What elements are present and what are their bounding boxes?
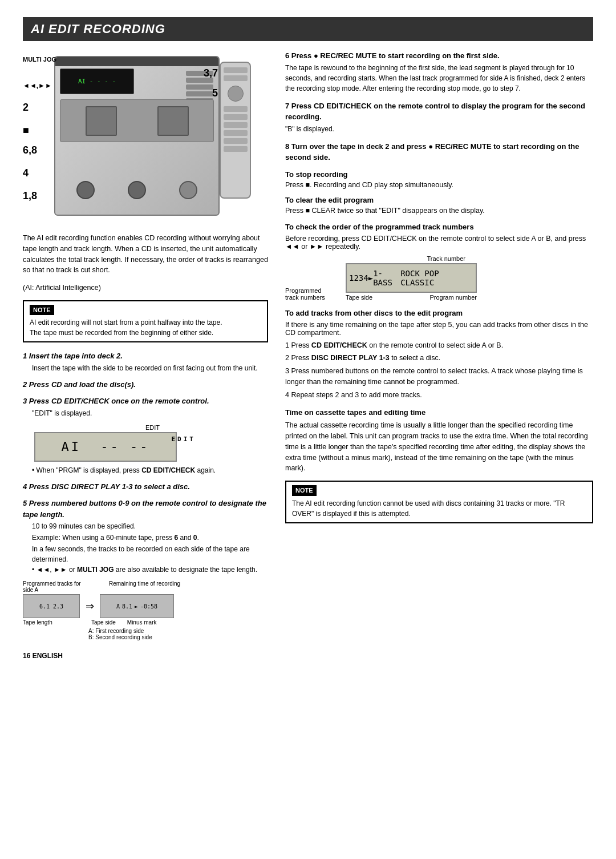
note-label-2: NOTE	[292, 485, 317, 496]
edit-side-label: EDIT	[172, 435, 196, 443]
check-heading: To check the order of the programmed tra…	[285, 223, 593, 231]
page: AI EDIT RECORDING AI - - - -	[0, 0, 616, 859]
step5-detail1: 10 to 99 minutes can be specified.	[32, 521, 268, 531]
step1-title: Insert the tape into deck 2.	[29, 352, 123, 360]
edit-label-above: EDIT	[34, 424, 177, 431]
step3-num: 3	[23, 397, 27, 405]
step1-detail: Insert the tape with the side to be reco…	[32, 363, 268, 373]
step-6: 6 Press ● REC/REC MUTE to start recordin…	[285, 50, 593, 94]
step-8: 8 Turn over the tape in deck 2 and press…	[285, 141, 593, 163]
tape-display-right: A8.1►-0:58	[100, 594, 174, 618]
tape-side-labels: A: First recording side B: Second record…	[88, 628, 268, 640]
check-text: Before recording, press CD EDIT/CHECK on…	[285, 235, 593, 251]
time-heading: Time on cassette tapes and editing time	[285, 408, 593, 417]
page-footer: 16 ENGLISH	[23, 652, 268, 660]
prog-display: 1234►1-BASSROCK POP CLASSIC	[346, 263, 477, 293]
step-7: 7 Press CD EDIT/CHECK on the remote cont…	[285, 100, 593, 134]
diag-label-37: 3,7	[204, 67, 218, 79]
step3-title: Press CD EDIT/CHECK once on the remote c…	[29, 397, 209, 405]
intro-text: The AI edit recording function enables C…	[23, 233, 268, 276]
note-label-1: NOTE	[30, 305, 54, 316]
clear-text: Press ■ CLEAR twice so that "EDIT" disap…	[285, 207, 593, 215]
diag-label-4: 4	[23, 167, 29, 179]
step-2: 2 Press CD and load the disc(s).	[23, 379, 268, 390]
step1-num: 1	[23, 352, 27, 360]
step5-title: Press numbered buttons 0-9 on the remote…	[23, 499, 266, 519]
stop-text: Press ■. Recording and CD play stop simu…	[285, 181, 593, 189]
step-4: 4 Press DISC DIRECT PLAY 1-3 to select a…	[23, 481, 268, 493]
edit-display: AI -- -- EDIT	[34, 432, 177, 462]
diag-label-68: 6,8	[23, 144, 37, 156]
add-heading: To add tracks from other discs to the ed…	[285, 309, 593, 317]
device-diagram: AI - - - -	[23, 50, 251, 227]
stop-heading: To stop recording	[285, 170, 593, 179]
step6-detail: The tape is rewound to the beginning of …	[285, 63, 593, 94]
diag-label-2: 2	[23, 102, 29, 114]
step-5: 5 Press numbered buttons 0-9 on the remo…	[23, 498, 268, 575]
step4-title: Press DISC DIRECT PLAY 1-3 to select a d…	[29, 482, 190, 491]
step-3: 3 Press CD EDIT/CHECK once on the remote…	[23, 396, 268, 418]
add-step-3: 3 Press numbered buttons on the remote c…	[285, 366, 593, 388]
prog-label1: Programmed track numbers	[285, 287, 337, 301]
note-box-1: NOTE AI edit recording will not start fr…	[23, 300, 268, 343]
step6-num: 6	[285, 51, 289, 60]
step3-bullet: • When "PRGM" is displayed, press CD EDI…	[32, 465, 268, 475]
step7-title: Press CD EDIT/CHECK on the remote contro…	[285, 102, 585, 122]
add-text: If there is any time remaining on the ta…	[285, 321, 593, 337]
note-text-2: The tape must be recorded from the begin…	[30, 328, 261, 338]
step7-num: 7	[285, 102, 289, 110]
tape-label-length: Tape length	[23, 619, 80, 626]
page-title: AI EDIT RECORDING	[23, 17, 593, 41]
note-box-2: NOTE The AI edit recording function cann…	[285, 481, 593, 523]
tape-label-side: Tape side	[91, 619, 116, 626]
prog-bottom-labels: Tape side Program number	[346, 294, 477, 301]
step5-bullet: • ◄◄, ►► or MULTI JOG are also available…	[32, 564, 268, 575]
step5-detail2: Example: When using a 60-minute tape, pr…	[32, 533, 268, 543]
left-column: AI - - - -	[23, 50, 268, 842]
tape-label-minus: Minus mark	[127, 619, 157, 626]
tape-label-prog-tracks: Programmed tracks for side A	[23, 580, 83, 593]
right-column: 6 Press ● REC/REC MUTE to start recordin…	[285, 50, 593, 842]
ai-note: (AI: Artificial Intelligence)	[23, 283, 268, 293]
step7-detail: "B" is displayed.	[285, 124, 593, 134]
step8-title: Turn over the tape in deck 2 and press ●…	[285, 142, 579, 162]
step-1: 1 Insert the tape into deck 2. Insert th…	[23, 350, 268, 373]
arrow-icon: ⇒	[86, 600, 94, 612]
diag-label-18: 1,8	[23, 190, 37, 202]
step4-num: 4	[23, 482, 27, 491]
step2-num: 2	[23, 380, 27, 389]
note2-text: The AI edit recording function cannot be…	[292, 498, 586, 519]
add-step-2: 2 Press DISC DIRECT PLAY 1-3 to select a…	[285, 353, 593, 364]
step5-num: 5	[23, 499, 27, 507]
tape-label-remaining: Remaining time of recording	[109, 580, 180, 593]
prog-label2: Track number	[346, 255, 465, 262]
tape-display-left: 6.1 2.3	[23, 594, 80, 618]
step3-detail: "EDIT" is displayed.	[32, 408, 268, 418]
diag-label-stop: ■	[23, 124, 29, 136]
edit-display-area: EDIT AI -- -- EDIT	[34, 424, 205, 462]
step5-detail3: In a few seconds, the tracks to be recor…	[32, 544, 268, 564]
diag-label-5: 5	[212, 87, 218, 99]
time-text: The actual cassette recording time is us…	[285, 420, 593, 474]
step8-num: 8	[285, 142, 289, 151]
step6-title: Press ● REC/REC MUTE to start recording …	[291, 51, 500, 60]
note-text-1: AI edit recording will not start from a …	[30, 317, 261, 328]
tape-diagram: Programmed tracks for side A Remaining t…	[23, 580, 268, 640]
add-step-4: 4 Repeat steps 2 and 3 to add more track…	[285, 390, 593, 401]
step2-title: Press CD and load the disc(s).	[29, 380, 136, 389]
diag-label-multi-jog: MULTI JOG	[23, 56, 56, 63]
clear-heading: To clear the edit program	[285, 196, 593, 204]
diag-label-prev-next: ◄◄,►►	[23, 82, 52, 90]
prog-display-container: Programmed track numbers Track number 12…	[285, 255, 593, 301]
add-step-1: 1 Press CD EDIT/CHECK on the remote cont…	[285, 340, 593, 351]
